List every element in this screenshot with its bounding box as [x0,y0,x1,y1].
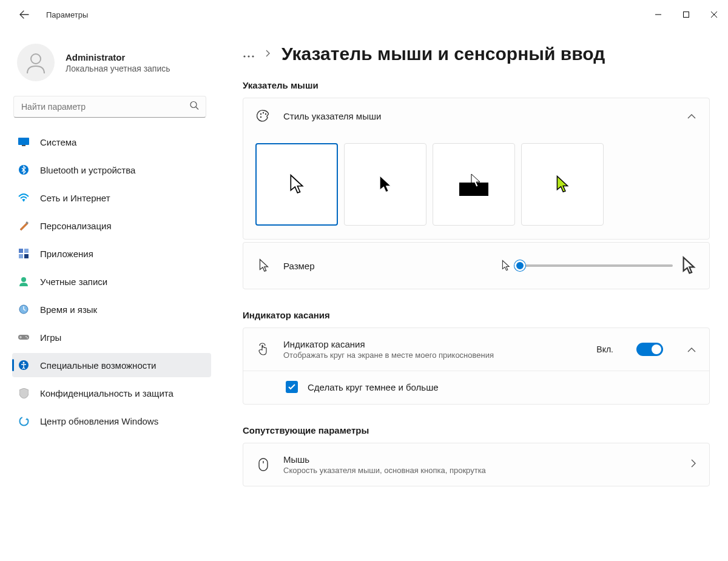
pointer-style-title: Стиль указателя мыши [283,111,381,121]
svg-rect-3 [18,138,29,145]
svg-point-19 [19,417,28,425]
svg-point-26 [260,116,261,118]
breadcrumb: Указатель мыши и сенсорный ввод [243,44,710,64]
nav-item-apps[interactable]: Приложения [12,241,211,266]
nav-list: Система Bluetooth и устройства Сеть и Ин… [12,130,211,433]
pointer-style-header[interactable]: Стиль указателя мыши [243,98,709,133]
main-content: Указатель мыши и сенсорный ввод Указател… [218,29,728,561]
nav-label: Сеть и Интернет [40,193,110,203]
wifi-icon [18,192,29,203]
touch-indicator-card: Индикатор касания Отображать круг на экр… [243,328,710,405]
bluetooth-icon [18,164,29,175]
nav-label: Специальные возможности [40,360,157,371]
pointer-style-inverted[interactable] [433,143,515,226]
svg-rect-28 [259,459,268,471]
touch-indicator-header[interactable]: Индикатор касания Отображать круг на экр… [243,328,709,371]
touch-indicator-title: Индикатор касания [283,339,494,349]
breadcrumb-more-button[interactable] [243,47,255,61]
cursor-outline-icon [257,259,270,272]
apps-icon [18,248,29,259]
darker-circle-checkbox[interactable] [286,381,298,393]
slider-thumb[interactable] [514,260,525,271]
related-section-heading: Сопутствующие параметры [243,425,710,435]
palette-icon [257,109,270,123]
cursor-size-slider-group [500,256,696,275]
chevron-right-icon [266,50,271,59]
size-label: Размер [283,261,315,271]
maximize-button[interactable] [672,5,700,24]
close-button[interactable] [700,5,728,24]
pointer-style-card: Стиль указателя мыши [243,98,710,240]
nav-item-accessibility[interactable]: Специальные возможности [12,353,211,377]
nav-label: Игры [40,332,61,343]
clock-globe-icon [18,304,29,315]
nav-item-windows-update[interactable]: Центр обновления Windows [12,409,211,433]
shield-icon [18,388,29,398]
back-arrow-icon [19,10,29,19]
avatar [17,44,55,81]
nav-item-gaming[interactable]: Игры [12,325,211,349]
nav-label: Персонализация [40,221,112,231]
nav-label: Время и язык [40,304,97,315]
nav-item-personalization[interactable]: Персонализация [12,213,211,238]
svg-point-24 [263,112,264,113]
cursor-custom-icon [554,175,570,194]
pointer-style-black[interactable] [344,143,426,226]
chevron-up-icon [687,344,696,355]
user-subtitle: Локальная учетная запись [66,64,170,73]
toggle-state-label: Вкл. [596,344,613,354]
touch-section-heading: Индикатор касания [243,310,710,320]
touch-icon [257,343,270,356]
svg-rect-11 [24,254,29,258]
nav-item-privacy[interactable]: Конфиденциальность и защита [12,381,211,405]
svg-rect-0 [684,12,689,18]
window-controls [644,5,728,24]
update-icon [18,415,29,426]
nav-label: Приложения [40,249,93,259]
display-icon [18,136,29,147]
pointer-section-heading: Указатель мыши [243,80,710,90]
search-input[interactable] [13,96,206,118]
cursor-small-icon [500,260,510,272]
touch-indicator-toggle[interactable] [636,343,663,356]
sidebar: Administrator Локальная учетная запись С… [0,29,218,561]
checkmark-icon [288,384,295,390]
titlebar: Параметры [0,0,728,29]
pointer-style-options [243,133,709,239]
minimize-button[interactable] [644,5,672,24]
svg-point-22 [252,55,254,57]
user-name: Administrator [66,52,170,62]
search-box [13,96,206,118]
nav-item-system[interactable]: Система [12,130,211,154]
cursor-size-slider[interactable] [517,264,673,267]
darker-circle-label: Сделать круг темнее и больше [308,382,439,392]
svg-point-12 [21,277,26,282]
svg-point-2 [190,102,197,108]
pointer-style-white[interactable] [255,143,338,226]
nav-item-network[interactable]: Сеть и Интернет [12,186,211,210]
nav-item-accounts[interactable]: Учетные записи [12,269,211,294]
chevron-up-icon [687,110,696,121]
cursor-large-icon [680,256,696,275]
accounts-icon [18,276,29,287]
svg-point-25 [265,113,266,115]
svg-rect-10 [19,254,23,258]
user-tile[interactable]: Administrator Локальная учетная запись [17,44,211,81]
nav-label: Bluetooth и устройства [40,165,135,175]
svg-point-1 [31,54,41,64]
nav-item-time-language[interactable]: Время и язык [12,297,211,321]
related-mouse-title: Мышь [283,454,486,465]
mouse-icon [257,458,270,471]
svg-rect-8 [19,249,23,253]
related-mouse-subtitle: Скорость указателя мыши, основная кнопка… [283,466,486,475]
nav-label: Учетные записи [40,277,107,287]
accessibility-icon [18,360,29,371]
svg-point-18 [23,362,25,364]
related-mouse-card[interactable]: Мышь Скорость указателя мыши, основная к… [243,443,710,486]
pointer-style-custom[interactable] [521,143,604,226]
svg-point-15 [25,336,27,337]
nav-item-bluetooth[interactable]: Bluetooth и устройства [12,158,211,182]
back-button[interactable] [12,2,36,27]
svg-point-6 [23,200,24,201]
gaming-icon [18,332,29,343]
